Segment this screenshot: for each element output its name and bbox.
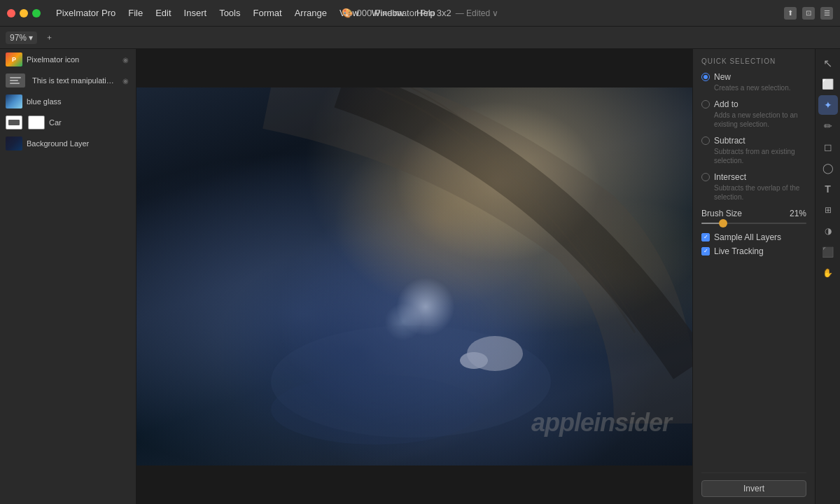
layer-name-background: Background Layer bbox=[27, 139, 130, 148]
tool-strip: ↖ ⬜ ✦ ✏ ◻ ◯ T ⊞ ◑ ⬛ ✋ bbox=[815, 49, 840, 504]
menu-format[interactable]: Format bbox=[247, 6, 287, 20]
brush-size-value: 21% bbox=[790, 209, 806, 218]
checkbox-label-live-tracking: Live Tracking bbox=[714, 246, 764, 256]
layer-name-pixelmator-icon: Pixelmator icon bbox=[27, 55, 116, 64]
menu-pixelmator-pro[interactable]: Pixelmator Pro bbox=[50, 6, 121, 20]
doc-icon: 🎨 bbox=[342, 8, 353, 18]
checkbox-row-sample-all: ✓ Sample All Layers bbox=[701, 232, 806, 242]
radio-option-subtract[interactable]: Subtract Subtracts from an existing sele… bbox=[701, 136, 806, 165]
layer-item-background[interactable]: Background Layer bbox=[0, 133, 136, 154]
radio-new[interactable] bbox=[701, 73, 710, 81]
layer-thumb-background bbox=[6, 136, 22, 150]
quick-selection-title: QUICK SELECTION bbox=[701, 57, 806, 65]
bottom-buttons: Invert bbox=[693, 463, 815, 504]
titlebar-right: ⬆ ⊡ ☰ bbox=[784, 7, 833, 20]
divider bbox=[701, 472, 806, 473]
quick-selection: QUICK SELECTION New Creates a new select… bbox=[693, 49, 815, 269]
main-layout: P Pixelmator icon ◉ This is text manipul… bbox=[0, 49, 840, 504]
secondary-toolbar: 97% ▾ ＋ bbox=[0, 27, 840, 49]
add-layer-button[interactable]: ＋ bbox=[41, 31, 57, 44]
layer-visibility-text[interactable]: ◉ bbox=[120, 76, 130, 85]
close-button[interactable] bbox=[7, 9, 15, 18]
brush-size-slider[interactable] bbox=[701, 223, 806, 224]
menu-file[interactable]: File bbox=[122, 6, 148, 20]
layer-name-text-manipulation: This is text manipulatio... bbox=[32, 76, 116, 85]
sidebar-toggle[interactable]: ☰ bbox=[820, 7, 833, 20]
radio-add-to[interactable] bbox=[701, 100, 710, 108]
zoom-value: 97% bbox=[10, 33, 27, 43]
document-title-area: 🎨 000 Pixelmator Pro 3x2 — Edited ∨ bbox=[342, 8, 499, 18]
brush-size-label: Brush Size bbox=[701, 209, 742, 218]
layer-visibility-pixelmator-icon[interactable]: ◉ bbox=[120, 55, 130, 64]
layer-item-text-manipulation[interactable]: This is text manipulatio... ◉ bbox=[0, 70, 136, 91]
doc-edited[interactable]: — Edited ∨ bbox=[456, 8, 499, 18]
layer-item-blue-glass[interactable]: blue glass bbox=[0, 91, 136, 112]
radio-label-subtract: Subtract bbox=[714, 136, 746, 146]
menu-tools[interactable]: Tools bbox=[214, 6, 246, 20]
layer-thumb-pixelmator: P bbox=[6, 52, 22, 66]
brush-size-thumb[interactable] bbox=[719, 219, 727, 227]
tool-select-rect[interactable]: ⬜ bbox=[818, 74, 838, 94]
layer-name-blue-glass: blue glass bbox=[27, 97, 130, 106]
radio-desc-add-to: Adds a new selection to an existing sele… bbox=[714, 111, 806, 129]
layer-item-car[interactable]: Car bbox=[0, 112, 136, 133]
checkbox-sample-all-layers[interactable]: ✓ bbox=[701, 233, 710, 241]
tool-paint[interactable]: ✏ bbox=[818, 116, 838, 136]
menu-edit[interactable]: Edit bbox=[150, 6, 176, 20]
radio-desc-intersect: Subtracts the overlap of the selection. bbox=[714, 183, 806, 202]
radio-label-add-to: Add to bbox=[714, 99, 738, 109]
zoom-chevron: ▾ bbox=[29, 33, 33, 43]
canvas[interactable]: appleinsider bbox=[136, 88, 692, 465]
layer-thumb-blue-glass bbox=[6, 94, 22, 108]
tool-smudge[interactable]: ✋ bbox=[818, 263, 838, 283]
radio-desc-subtract: Subtracts from an existing selection. bbox=[714, 147, 806, 165]
zoom-fit-button[interactable]: ⊡ bbox=[802, 7, 815, 20]
radio-option-intersect[interactable]: Intersect Subtracts the overlap of the s… bbox=[701, 172, 806, 202]
svg-point-1 bbox=[271, 374, 481, 444]
share-button[interactable]: ⬆ bbox=[784, 7, 797, 20]
canvas-area[interactable]: appleinsider bbox=[136, 49, 692, 504]
zoom-control[interactable]: 97% ▾ bbox=[6, 31, 37, 44]
radio-subtract[interactable] bbox=[701, 136, 710, 145]
radio-label-new: New bbox=[714, 72, 731, 82]
quick-selection-panel: QUICK SELECTION New Creates a new select… bbox=[692, 49, 815, 504]
tool-erase[interactable]: ◻ bbox=[818, 137, 838, 157]
radio-option-add-to[interactable]: Add to Adds a new selection to an existi… bbox=[701, 99, 806, 129]
checkbox-row-live-tracking: ✓ Live Tracking bbox=[701, 246, 806, 256]
traffic-lights bbox=[7, 9, 41, 18]
layer-item-pixelmator-icon[interactable]: P Pixelmator icon ◉ bbox=[0, 49, 136, 70]
checkbox-live-tracking[interactable]: ✓ bbox=[701, 247, 710, 255]
invert-button[interactable]: Invert bbox=[701, 480, 806, 497]
tool-color-fill[interactable]: ⬛ bbox=[818, 242, 838, 262]
tool-cursor[interactable]: ↖ bbox=[818, 53, 838, 73]
radio-desc-new: Creates a new selection. bbox=[714, 83, 806, 92]
layer-thumb-car bbox=[6, 115, 22, 130]
tool-shape[interactable]: ◯ bbox=[818, 158, 838, 178]
checkbox-label-sample-all: Sample All Layers bbox=[714, 232, 781, 242]
watermark: appleinsider bbox=[531, 408, 671, 438]
menu-insert[interactable]: Insert bbox=[178, 6, 213, 20]
tool-gradient[interactable]: ◑ bbox=[818, 221, 838, 241]
layer-text-indicator bbox=[6, 74, 25, 88]
layer-name-car: Car bbox=[49, 118, 130, 127]
tool-select-magic[interactable]: ✦ bbox=[818, 95, 838, 115]
minimize-button[interactable] bbox=[20, 9, 28, 18]
tool-arrange[interactable]: ⊞ bbox=[818, 200, 838, 220]
canvas-image: appleinsider bbox=[136, 88, 692, 465]
checkboxes-section: ✓ Sample All Layers ✓ Live Tracking bbox=[701, 232, 806, 256]
titlebar: Pixelmator Pro File Edit Insert Tools Fo… bbox=[0, 0, 840, 27]
radio-label-intersect: Intersect bbox=[714, 172, 746, 182]
doc-title: 000 Pixelmator Pro 3x2 bbox=[357, 8, 451, 18]
maximize-button[interactable] bbox=[32, 9, 41, 18]
radio-intersect[interactable] bbox=[701, 173, 710, 181]
brush-size-section: Brush Size 21% bbox=[701, 209, 806, 224]
radio-option-new[interactable]: New Creates a new selection. bbox=[701, 72, 806, 92]
tool-text[interactable]: T bbox=[818, 179, 838, 199]
svg-point-3 bbox=[460, 352, 488, 369]
menu-arrange[interactable]: Arrange bbox=[289, 6, 332, 20]
layer-thumb-car-white bbox=[28, 115, 45, 130]
layers-panel: P Pixelmator icon ◉ This is text manipul… bbox=[0, 49, 136, 504]
